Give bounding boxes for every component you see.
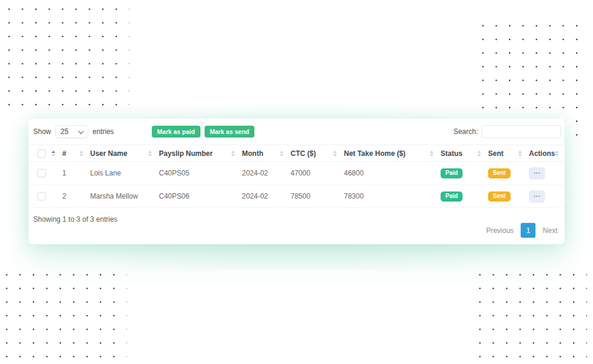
entries-label: entries xyxy=(93,127,114,136)
page-size-select[interactable]: 25 xyxy=(55,125,88,138)
column-payslip-number[interactable]: Payslip Number xyxy=(159,145,242,162)
column-user-name[interactable]: User Name xyxy=(90,145,159,162)
cell-user-name: Marsha Mellow xyxy=(90,185,159,208)
column-net-take-home[interactable]: Net Take Home ($) xyxy=(344,145,441,162)
entries-info: Showing 1 to 3 of 3 entries xyxy=(33,215,117,223)
sent-badge: Sent xyxy=(488,191,511,202)
column-ctc[interactable]: CTC ($) xyxy=(291,145,344,162)
cell-net-take-home: 46800 xyxy=(344,162,441,185)
search-group: Search: xyxy=(454,125,561,138)
row-actions-button[interactable]: ... xyxy=(529,167,545,180)
cell-net-take-home: 78300 xyxy=(344,185,441,208)
table-wrapper: # User Name Payslip Number Month CTC ($) xyxy=(28,145,565,208)
sort-arrows-icon xyxy=(555,151,559,157)
table-footer: Showing 1 to 3 of 3 entries Previous 1 N… xyxy=(28,207,565,244)
pagination-page-1[interactable]: 1 xyxy=(521,223,535,238)
bulk-action-buttons: Mark as paid Mark as send xyxy=(152,126,254,138)
status-badge: Paid xyxy=(441,168,463,178)
row-actions-button[interactable]: ... xyxy=(529,190,545,203)
table-controls: Show 25 entries Mark as paid Mark as sen… xyxy=(33,124,561,139)
table-row: 2 Marsha Mellow C40PS06 2024-02 78500 78… xyxy=(28,185,565,208)
chevron-down-icon xyxy=(78,128,84,134)
column-actions[interactable]: Actions xyxy=(529,145,565,162)
cell-ctc: 78500 xyxy=(291,185,344,208)
sort-arrows-icon xyxy=(231,151,235,157)
cell-ctc: 47000 xyxy=(291,162,344,185)
ellipsis-icon: ... xyxy=(534,192,541,197)
sort-arrows-icon xyxy=(477,151,481,157)
cell-payslip-number: C40PS06 xyxy=(159,185,242,208)
ellipsis-icon: ... xyxy=(534,169,541,174)
column-select-all[interactable] xyxy=(28,145,62,162)
sort-arrows-icon xyxy=(79,151,83,157)
dot-pattern-bottom-left xyxy=(0,268,127,358)
cell-month: 2024-02 xyxy=(242,185,291,208)
pagination-previous[interactable]: Previous xyxy=(486,226,514,235)
cell-user-name: Lois Lane xyxy=(90,162,159,185)
row-checkbox[interactable] xyxy=(37,192,46,200)
sort-arrows-icon xyxy=(333,151,337,157)
status-badge: Paid xyxy=(441,191,463,202)
column-sent[interactable]: Sent xyxy=(488,145,529,162)
sort-arrows-icon xyxy=(52,151,55,157)
pagination: Previous 1 Next xyxy=(486,223,557,238)
column-status[interactable]: Status xyxy=(441,145,488,162)
page-size-value: 25 xyxy=(60,127,68,136)
table-row: 1 Lois Lane C40PS05 2024-02 47000 46800 … xyxy=(28,162,565,185)
cell-payslip-number: C40PS05 xyxy=(159,162,242,185)
search-label: Search: xyxy=(454,127,478,136)
page-size-group: Show 25 entries xyxy=(33,125,114,138)
dot-pattern-top-left xyxy=(2,2,129,116)
cell-num: 1 xyxy=(62,162,90,185)
sent-badge: Sent xyxy=(488,168,511,178)
sort-arrows-icon xyxy=(280,151,283,157)
column-num[interactable]: # xyxy=(62,145,90,162)
cell-month: 2024-02 xyxy=(242,162,291,185)
row-checkbox[interactable] xyxy=(37,169,46,177)
payslip-table-card: Show 25 entries Mark as paid Mark as sen… xyxy=(28,119,565,244)
search-input[interactable] xyxy=(482,125,561,138)
cell-num: 2 xyxy=(62,185,90,208)
table-header-row: # User Name Payslip Number Month CTC ($) xyxy=(28,145,565,162)
sort-arrows-icon xyxy=(430,151,433,157)
column-month[interactable]: Month xyxy=(242,145,291,162)
dot-pattern-bottom-right xyxy=(473,268,587,358)
mark-as-send-button[interactable]: Mark as send xyxy=(205,126,255,138)
sort-arrows-icon xyxy=(518,151,522,157)
select-all-checkbox[interactable] xyxy=(37,149,46,158)
sort-arrows-icon xyxy=(148,151,152,157)
mark-as-paid-button[interactable]: Mark as paid xyxy=(152,126,200,138)
show-label: Show xyxy=(33,127,51,136)
pagination-next[interactable]: Next xyxy=(543,226,557,235)
payslips-table: # User Name Payslip Number Month CTC ($) xyxy=(28,145,565,208)
